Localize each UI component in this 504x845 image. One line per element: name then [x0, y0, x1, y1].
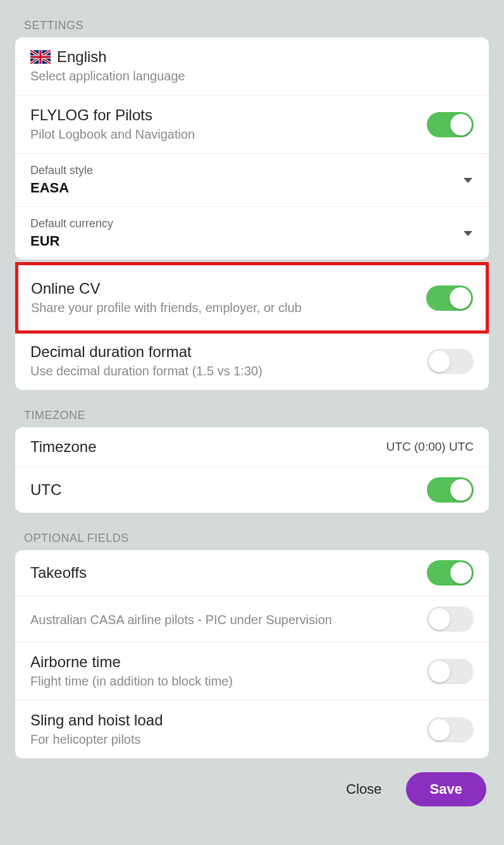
section-header-settings: SETTINGS	[0, 0, 504, 37]
online-cv-row: Online CV Share your profile with friend…	[18, 265, 486, 330]
decimal-duration-toggle[interactable]	[427, 349, 474, 374]
decimal-duration-subtitle: Use decimal duration format (1.5 vs 1:30…	[30, 363, 417, 380]
close-button[interactable]: Close	[340, 775, 388, 804]
chevron-down-icon	[464, 178, 472, 183]
decimal-duration-row: Decimal duration format Use decimal dura…	[15, 332, 489, 390]
airborne-row: Airborne time Flight time (in addition t…	[15, 642, 489, 701]
picus-row: Australian CASA airline pilots - PIC und…	[15, 596, 489, 642]
section-header-optional: OPTIONAL FIELDS	[0, 513, 504, 550]
section-header-timezone: TIMEZONE	[0, 390, 504, 427]
takeoffs-row: Takeoffs	[15, 550, 489, 596]
airborne-title: Airborne time	[30, 653, 417, 672]
default-currency-label: Default currency	[30, 217, 456, 230]
sling-subtitle: For helicopter pilots	[30, 731, 417, 748]
picus-subtitle: Australian CASA airline pilots - PIC und…	[30, 611, 417, 629]
svg-rect-4	[30, 56, 51, 58]
optional-card: Takeoffs Australian CASA airline pilots …	[15, 550, 489, 758]
language-title: English	[57, 48, 107, 65]
utc-title: UTC	[30, 480, 417, 499]
uk-flag-icon	[30, 50, 51, 64]
default-style-row[interactable]: Default style EASA	[15, 154, 489, 207]
default-currency-value: EUR	[30, 233, 456, 249]
sling-toggle[interactable]	[427, 717, 474, 742]
flylog-toggle[interactable]	[427, 112, 474, 137]
default-currency-row[interactable]: Default currency EUR	[15, 207, 489, 260]
sling-row: Sling and hoist load For helicopter pilo…	[15, 701, 489, 758]
airborne-toggle[interactable]	[427, 659, 474, 684]
picus-toggle[interactable]	[427, 606, 474, 632]
decimal-duration-title: Decimal duration format	[30, 342, 417, 361]
chevron-down-icon	[464, 231, 472, 236]
timezone-row[interactable]: Timezone UTC (0:00) UTC	[15, 427, 489, 467]
timezone-card: Timezone UTC (0:00) UTC UTC	[15, 427, 489, 513]
online-cv-toggle[interactable]	[426, 285, 473, 311]
footer: Close Save	[0, 758, 504, 813]
flylog-title: FLYLOG for Pilots	[30, 106, 417, 125]
takeoffs-title: Takeoffs	[30, 563, 417, 582]
language-row[interactable]: English Select application language	[15, 37, 489, 96]
flylog-subtitle: Pilot Logbook and Navigation	[30, 126, 417, 143]
language-subtitle: Select application language	[30, 68, 474, 85]
takeoffs-toggle[interactable]	[427, 560, 474, 585]
utc-row: UTC	[15, 467, 489, 513]
settings-card: English Select application language FLYL…	[15, 37, 489, 260]
settings-card-2: Decimal duration format Use decimal dura…	[15, 332, 489, 390]
online-cv-title: Online CV	[31, 279, 416, 298]
timezone-value: UTC (0:00) UTC	[386, 440, 474, 454]
sling-title: Sling and hoist load	[30, 711, 417, 730]
save-button[interactable]: Save	[406, 772, 486, 806]
airborne-subtitle: Flight time (in addition to block time)	[30, 673, 417, 690]
utc-toggle[interactable]	[427, 477, 474, 503]
online-cv-subtitle: Share your profile with friends, employe…	[31, 299, 416, 316]
highlight-online-cv: Online CV Share your profile with friend…	[15, 262, 489, 334]
flylog-row: FLYLOG for Pilots Pilot Logbook and Navi…	[15, 96, 489, 154]
timezone-title: Timezone	[30, 437, 386, 456]
default-style-label: Default style	[30, 164, 456, 177]
default-style-value: EASA	[30, 180, 456, 196]
